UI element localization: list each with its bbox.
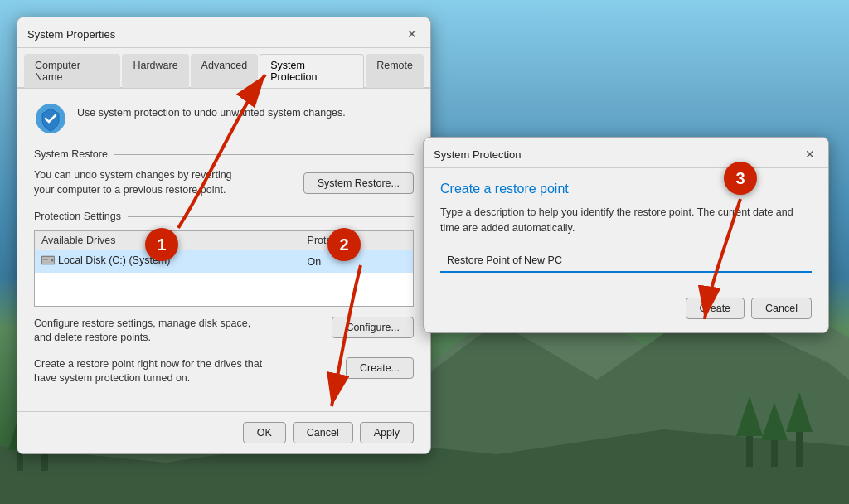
svg-point-16 [51, 259, 54, 262]
step-2-circle: 2 [327, 228, 361, 261]
system-props-content: Use system protection to undo unwanted s… [17, 89, 430, 411]
create-restore-close-button[interactable]: ✕ [802, 146, 818, 162]
svg-rect-17 [43, 259, 48, 260]
drive-icon [41, 254, 55, 266]
system-props-tabs: Computer Name Hardware Advanced System P… [17, 48, 430, 89]
system-restore-header: System Restore [34, 148, 414, 160]
protection-settings-header: Protection Settings [34, 211, 414, 222]
system-props-titlebar: System Properties ✕ [17, 17, 430, 48]
apply-button[interactable]: Apply [360, 422, 414, 443]
create-restore-dialog: System Protection ✕ Create a restore poi… [423, 137, 829, 333]
restore-create-button[interactable]: Create [686, 298, 745, 319]
configure-text: Configure restore settings, manage disk … [34, 317, 266, 346]
ok-button[interactable]: OK [243, 422, 286, 443]
restore-cancel-button[interactable]: Cancel [751, 298, 812, 319]
info-text: Use system protection to undo unwanted s… [77, 102, 346, 119]
restore-point-input[interactable] [440, 250, 812, 273]
tab-advanced[interactable]: Advanced [191, 54, 259, 88]
system-restore-area: You can undo system changes by reverting… [34, 168, 414, 197]
system-restore-button[interactable]: System Restore... [303, 172, 414, 194]
system-restore-text: You can undo system changes by reverting… [34, 168, 250, 197]
step-3-circle: 3 [724, 162, 757, 195]
system-properties-dialog: System Properties ✕ Computer Name Hardwa… [17, 17, 431, 454]
shield-icon [34, 102, 67, 135]
configure-row: Configure restore settings, manage disk … [34, 317, 414, 346]
create-text: Create a restore point right now for the… [34, 357, 266, 386]
tab-remote[interactable]: Remote [366, 54, 424, 88]
system-props-title: System Properties [27, 28, 115, 41]
system-props-footer: OK Cancel Apply [17, 411, 430, 453]
tab-computer-name[interactable]: Computer Name [24, 54, 120, 88]
create-restore-content: Create a restore point Type a descriptio… [424, 168, 828, 289]
system-props-close-button[interactable]: ✕ [404, 26, 420, 42]
create-restore-footer: Create Cancel [424, 289, 828, 332]
create-restore-title: System Protection [434, 148, 522, 161]
create-restore-description: Type a description to help you identify … [440, 205, 812, 236]
create-restore-titlebar: System Protection ✕ [424, 138, 828, 168]
cancel-button[interactable]: Cancel [293, 422, 353, 443]
step-1-circle: 1 [145, 228, 178, 261]
info-row: Use system protection to undo unwanted s… [34, 102, 414, 135]
create-row: Create a restore point right now for the… [34, 357, 414, 386]
tab-hardware[interactable]: Hardware [122, 54, 188, 88]
configure-button[interactable]: Configure... [332, 317, 414, 338]
tab-system-protection[interactable]: System Protection [260, 54, 364, 88]
create-button[interactable]: Create... [346, 357, 414, 379]
